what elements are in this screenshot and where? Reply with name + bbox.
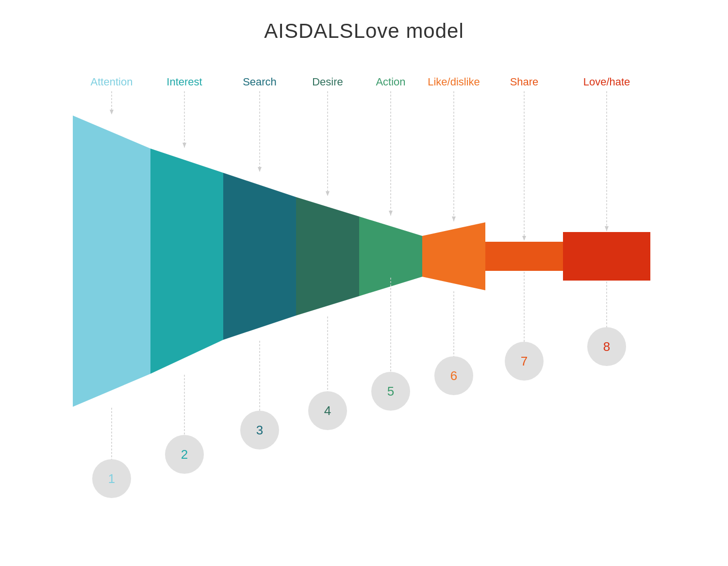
segment-attention — [73, 116, 150, 407]
segment-search — [223, 173, 296, 340]
number-3: 3 — [256, 423, 263, 437]
number-4: 4 — [324, 403, 331, 418]
svg-marker-1 — [110, 110, 114, 115]
number-2: 2 — [181, 447, 188, 462]
label-interest: Interest — [166, 76, 202, 88]
label-attention: Attention — [91, 76, 133, 88]
svg-marker-9 — [389, 211, 393, 216]
segment-action — [359, 216, 422, 296]
segment-lovehate — [563, 232, 650, 281]
label-action: Action — [376, 76, 405, 88]
svg-marker-5 — [258, 167, 262, 172]
label-desire: Desire — [312, 76, 343, 88]
svg-marker-13 — [522, 236, 526, 241]
segment-share — [485, 242, 563, 271]
label-lovehate: Love/hate — [583, 76, 630, 88]
number-1: 1 — [108, 471, 115, 486]
svg-marker-7 — [326, 191, 330, 196]
number-5: 5 — [387, 384, 394, 399]
number-6: 6 — [450, 368, 457, 383]
label-share: Share — [510, 76, 539, 88]
number-8: 8 — [603, 339, 610, 354]
diagram-container: Attention Interest Search Desire Action … — [49, 57, 679, 518]
svg-marker-11 — [452, 216, 456, 221]
number-7: 7 — [521, 354, 528, 368]
page-title: AISDALSLove model — [264, 19, 464, 43]
svg-marker-3 — [182, 143, 186, 148]
label-likedislike: Like/dislike — [428, 76, 480, 88]
segment-likedislike — [422, 222, 485, 290]
segment-interest — [150, 149, 223, 374]
segment-desire — [296, 197, 359, 316]
label-search: Search — [243, 76, 277, 88]
svg-marker-15 — [605, 226, 609, 231]
